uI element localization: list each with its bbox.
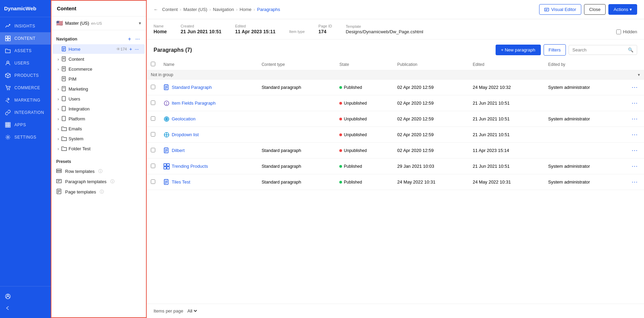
table-row: Tiles Test Standard paragraph Published … [147, 174, 644, 190]
row-menu-cell: ··· [625, 143, 644, 158]
svg-rect-3 [8, 39, 10, 41]
meta-edited: Edited 11 Apr 2023 15:11 [235, 24, 276, 34]
nav-item-pim[interactable]: PIM [53, 74, 145, 84]
nav-item-system[interactable]: › System [53, 134, 145, 143]
paragraph-name-link[interactable]: Dropdown list [163, 132, 253, 138]
expander-icon[interactable]: › [56, 126, 61, 131]
row-content-type-cell: Standard paragraph [257, 80, 335, 95]
state-badge: Published [339, 85, 389, 90]
expander-icon[interactable] [56, 46, 61, 52]
state-label: Published [344, 164, 362, 169]
visual-editor-button[interactable]: Visual Editor [539, 4, 581, 15]
row-checkbox[interactable] [151, 148, 155, 152]
nav-item-home[interactable]: Home 👁 174 + ··· [53, 44, 145, 54]
new-paragraph-button[interactable]: + New paragraph [496, 45, 541, 55]
preset-item-paragraph-templates[interactable]: Paragraph templates ⓘ [51, 176, 146, 187]
navigation-add-button[interactable]: + [126, 36, 132, 43]
row-state-cell: Published [335, 158, 393, 174]
preset-label: Paragraph templates [65, 179, 107, 184]
row-checkbox[interactable] [151, 132, 155, 137]
sidebar-item-users[interactable]: USERS [0, 57, 51, 69]
row-checkbox[interactable] [151, 164, 155, 168]
svg-point-58 [166, 104, 167, 104]
preset-item-row-templates[interactable]: Row templates ⓘ [51, 166, 146, 176]
expander-icon[interactable]: › [56, 66, 61, 72]
sidebar-item-integration[interactable]: INTEGRATION [0, 106, 51, 119]
select-all-checkbox[interactable] [151, 62, 155, 66]
breadcrumb-navigation[interactable]: Navigation [213, 7, 234, 12]
nav-item-marketing[interactable]: › Marketing [53, 84, 145, 94]
sidebar-item-assets[interactable]: ASSETS [0, 45, 51, 57]
breadcrumb-current: Paragraphs [257, 7, 280, 12]
breadcrumb-home[interactable]: Home [240, 7, 252, 12]
nav-item-folder-test[interactable]: › Folder Test [53, 144, 145, 153]
hidden-checkbox[interactable] [616, 30, 621, 34]
item-add-button[interactable]: + [128, 46, 133, 52]
paragraph-name-link[interactable]: Standard Paragraph [163, 84, 253, 91]
sidebar-item-commerce[interactable]: COMMERCE [0, 82, 51, 94]
expander-icon[interactable]: › [56, 96, 61, 102]
nav-item-emails[interactable]: › Emails [53, 124, 145, 133]
expander-icon[interactable]: › [56, 56, 61, 62]
para-name-text: Dropdown list [172, 132, 199, 137]
paragraph-name-link[interactable]: Dilbert [163, 148, 253, 154]
row-checkbox[interactable] [151, 85, 155, 89]
expander-icon[interactable]: › [56, 146, 61, 151]
search-input[interactable] [572, 47, 626, 52]
main-topbar: ← Content › Master (US) › Navigation › H… [147, 0, 644, 19]
nav-item-users[interactable]: › Users [53, 94, 145, 104]
row-state-cell: Unpublished [335, 111, 393, 127]
expander-icon[interactable]: › [56, 106, 61, 111]
gear-icon [5, 134, 11, 140]
back-arrow-icon[interactable]: ← [154, 7, 158, 12]
close-button[interactable]: Close [584, 4, 606, 15]
row-menu-button[interactable]: ··· [630, 130, 640, 139]
paragraph-name-link[interactable]: Tiles Test [163, 179, 253, 185]
row-menu-button[interactable]: ··· [630, 115, 640, 123]
row-checkbox[interactable] [151, 101, 155, 105]
sidebar-item-marketing[interactable]: MARKETING [0, 94, 51, 106]
group-chevron-icon[interactable]: ▾ [638, 72, 640, 77]
language-name: Master (US) [65, 21, 89, 26]
sidebar-item-content[interactable]: CONTENT [0, 32, 51, 45]
nav-item-content[interactable]: › Content [53, 54, 145, 64]
breadcrumb-content[interactable]: Content [162, 7, 178, 12]
sidebar-item-settings[interactable]: SETTINGS [0, 131, 51, 143]
row-publication-cell: 02 Apr 2020 12:59 [393, 80, 469, 95]
filters-button[interactable]: Filters [544, 44, 566, 56]
sidebar: DynamicWeb INSIGHTS CONTENT ASSETS USERS [0, 0, 51, 318]
expander-icon[interactable]: › [56, 86, 61, 92]
row-menu-button[interactable]: ··· [630, 83, 640, 92]
item-menu-button[interactable]: ··· [134, 46, 140, 52]
navigation-menu-button[interactable]: ··· [134, 36, 141, 43]
actions-button[interactable]: Actions ▾ [608, 4, 637, 15]
svg-rect-14 [7, 124, 9, 126]
row-menu-button[interactable]: ··· [630, 162, 640, 170]
paragraph-name-link[interactable]: Geolocation [163, 116, 253, 122]
row-menu-button[interactable]: ··· [630, 146, 640, 155]
expander-icon[interactable]: › [56, 136, 61, 141]
sidebar-item-insights[interactable]: INSIGHTS [0, 20, 51, 32]
nav-item-integration[interactable]: › Integration [53, 104, 145, 114]
group-row: Not in group ▾ [147, 70, 644, 80]
paragraph-name-link[interactable]: Trending Products [163, 163, 253, 169]
geo-para-icon [163, 116, 170, 122]
expander-icon[interactable]: › [56, 116, 61, 121]
paragraph-name-link[interactable]: Item Fields Paragraph [163, 100, 253, 106]
sidebar-item-profile[interactable] [0, 291, 51, 302]
preset-item-page-templates[interactable]: Page templates ⓘ [51, 187, 146, 197]
breadcrumb-master[interactable]: Master (US) [183, 7, 207, 12]
row-checkbox[interactable] [151, 116, 155, 121]
nav-item-platform[interactable]: › Platform [53, 114, 145, 123]
paragraphs-title: Paragraphs (7) [154, 47, 192, 53]
sidebar-item-collapse[interactable] [0, 302, 51, 314]
sidebar-item-apps[interactable]: APPS [0, 119, 51, 131]
row-checkbox[interactable] [151, 179, 155, 184]
sidebar-item-products[interactable]: PRODUCTS [0, 69, 51, 82]
row-menu-button[interactable]: ··· [630, 99, 640, 107]
items-per-page-select[interactable]: All 10 25 50 [186, 308, 198, 314]
row-menu-button[interactable]: ··· [630, 178, 640, 186]
language-selector[interactable]: 🇺🇸 Master (US) en-US ▾ [51, 16, 146, 30]
document-icon [61, 76, 67, 82]
nav-item-ecommerce[interactable]: › Ecommerce [53, 64, 145, 74]
